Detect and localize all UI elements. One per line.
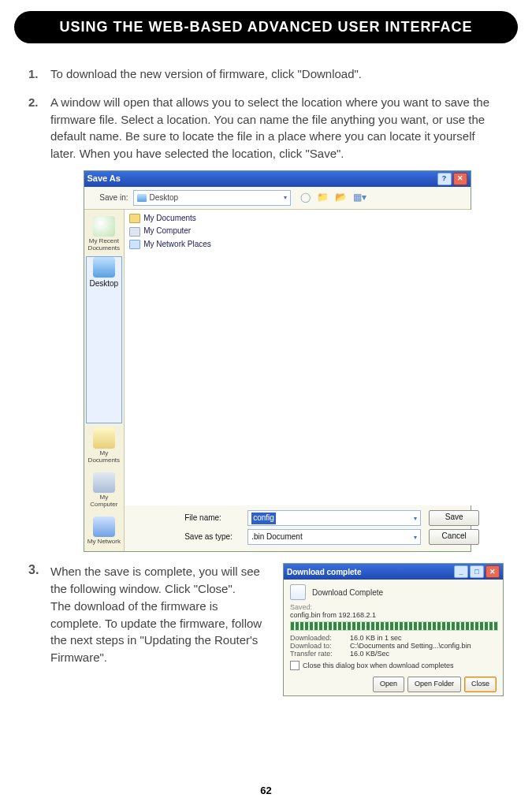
place-mycomp-label: My Computer xyxy=(87,494,121,509)
list-item-label: My Network Places xyxy=(143,239,211,251)
step-2: 2. A window will open that allows you to… xyxy=(28,94,504,553)
chevron-down-icon: ▾ xyxy=(414,514,417,524)
document-icon xyxy=(290,584,306,600)
place-mynet-label: My Network xyxy=(87,539,121,546)
views-icon[interactable]: ▦▾ xyxy=(353,191,366,204)
save-as-title: Save As xyxy=(87,173,121,185)
downloaded-row: Downloaded:16.0 KB in 1 sec xyxy=(290,634,497,642)
back-icon[interactable]: ◯ xyxy=(300,191,311,204)
filename-row: File name: config▾ Save xyxy=(184,510,479,526)
up-icon[interactable]: 📁 xyxy=(317,191,329,204)
step-1: 1. To download the new version of firmwa… xyxy=(28,65,504,83)
place-desktop-label: Desktop xyxy=(90,279,119,288)
place-recent-label: My Recent Documents xyxy=(87,238,121,252)
step-2-text: A window will open that allows you to se… xyxy=(50,95,489,160)
downloadto-row: Download to:C:\Documents and Setting...\… xyxy=(290,642,497,650)
desktop-icon xyxy=(137,194,147,202)
download-complete-titlebar: Download complete _ □ ✕ xyxy=(284,564,503,580)
saved-value: config.bin from 192.168.2.1 xyxy=(290,611,497,619)
close-checkbox-row: Close this dialog box when download comp… xyxy=(290,661,497,670)
close-button[interactable]: ✕ xyxy=(453,173,467,185)
close-window-button[interactable]: ✕ xyxy=(485,565,500,578)
filename-label: File name: xyxy=(184,513,240,524)
place-mynet[interactable]: My Network xyxy=(86,513,123,549)
desktop-place-icon xyxy=(93,257,115,278)
transfer-row: Transfer rate:16.0 KB/Sec xyxy=(290,650,497,658)
transfer-value: 16.0 KB/Sec xyxy=(350,650,389,658)
close-checkbox[interactable] xyxy=(290,661,299,670)
step-1-text: To download the new version of firmware,… xyxy=(50,67,362,80)
save-as-dialog: Save As ? ✕ Save in: Desktop ▾ ◯ 📁 📂 ▦▾ xyxy=(84,170,471,553)
minimize-button[interactable]: _ xyxy=(454,565,468,578)
transfer-label: Transfer rate: xyxy=(290,650,350,658)
save-in-row: Save in: Desktop ▾ ◯ 📁 📂 ▦▾ xyxy=(84,187,471,209)
new-folder-icon[interactable]: 📂 xyxy=(335,191,347,204)
place-mydocs-label: My Documents xyxy=(87,450,121,464)
step-3-number: 3. xyxy=(28,563,39,577)
save-in-value: Desktop xyxy=(150,192,179,204)
close-dialog-button[interactable]: Close xyxy=(464,677,497,692)
step-2-number: 2. xyxy=(28,94,39,111)
maximize-button[interactable]: □ xyxy=(470,565,484,578)
save-as-body: My Recent Documents Desktop My Documents… xyxy=(84,209,471,552)
list-item[interactable]: My Computer xyxy=(129,226,482,237)
list-item-label: My Computer xyxy=(143,226,191,237)
place-mycomp[interactable]: My Computer xyxy=(86,469,123,512)
chevron-down-icon: ▾ xyxy=(284,193,287,203)
save-in-label: Save in: xyxy=(89,192,128,204)
save-in-dropdown[interactable]: Desktop ▾ xyxy=(133,190,291,206)
computer-icon xyxy=(129,227,140,237)
filename-input[interactable]: config▾ xyxy=(247,510,421,526)
filename-value: config xyxy=(251,513,276,524)
savetype-dropdown[interactable]: .bin Document▾ xyxy=(247,529,421,545)
saved-label: Saved: xyxy=(290,603,497,611)
downloadto-label: Download to: xyxy=(290,642,350,650)
downloaded-value: 16.0 KB in 1 sec xyxy=(350,634,402,642)
computer-icon xyxy=(93,472,115,493)
savetype-value: .bin Document xyxy=(251,531,302,543)
close-checkbox-label: Close this dialog box when download comp… xyxy=(303,662,454,669)
network-icon xyxy=(129,240,140,249)
list-item[interactable]: My Documents xyxy=(129,213,482,225)
list-item-label: My Documents xyxy=(143,213,196,225)
savetype-label: Save as type: xyxy=(184,531,240,543)
network-icon xyxy=(93,516,115,537)
toolbar-icons: ◯ 📁 📂 ▦▾ xyxy=(300,191,366,204)
places-bar: My Recent Documents Desktop My Documents… xyxy=(84,210,125,552)
download-complete-dialog: Download complete _ □ ✕ Download Complet… xyxy=(283,563,504,696)
download-complete-heading: Download Complete xyxy=(312,588,383,597)
downloaded-label: Downloaded: xyxy=(290,634,350,642)
chevron-down-icon: ▾ xyxy=(414,533,417,542)
place-recent[interactable]: My Recent Documents xyxy=(86,213,123,255)
download-complete-header: Download Complete xyxy=(290,584,497,600)
cancel-button[interactable]: Cancel xyxy=(429,529,479,545)
help-button[interactable]: ? xyxy=(437,173,452,185)
save-as-titlebar: Save As ? ✕ xyxy=(84,171,471,187)
savetype-row: Save as type: .bin Document▾ Cancel xyxy=(184,529,479,545)
file-list[interactable]: My Documents My Computer My Network Plac… xyxy=(125,210,487,506)
open-folder-button[interactable]: Open Folder xyxy=(407,677,461,692)
step-3-text: When the save is complete, you will see … xyxy=(50,565,262,664)
place-mydocs[interactable]: My Documents xyxy=(86,425,123,468)
list-item[interactable]: My Network Places xyxy=(129,239,482,251)
place-desktop[interactable]: Desktop xyxy=(86,256,123,423)
progress-bar xyxy=(290,621,498,631)
page-title: USING THE WEB-BASED ADVANCED USER INTERF… xyxy=(14,11,518,43)
open-button[interactable]: Open xyxy=(373,677,404,692)
documents-icon xyxy=(93,428,115,449)
folder-icon xyxy=(129,214,140,223)
recent-icon xyxy=(93,216,115,237)
save-button[interactable]: Save xyxy=(429,510,479,526)
page-number: 62 xyxy=(0,785,532,796)
download-complete-title: Download complete xyxy=(287,568,361,576)
downloadto-value: C:\Documents and Setting...\config.bin xyxy=(350,642,471,650)
step-1-number: 1. xyxy=(28,65,39,83)
